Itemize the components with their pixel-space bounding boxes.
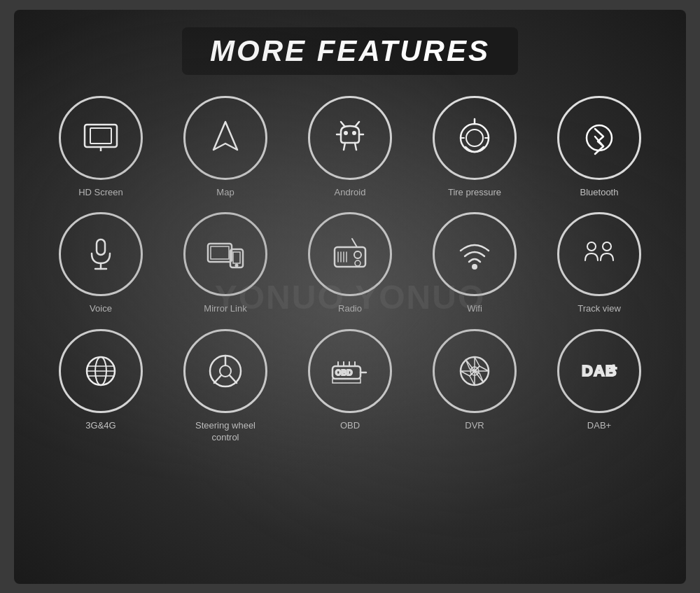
- voice-label: Voice: [90, 303, 112, 315]
- feature-dvr: DVR: [416, 329, 533, 444]
- bluetooth-icon-circle: [557, 96, 641, 180]
- svg-point-5: [353, 132, 356, 134]
- feature-radio: Radio: [291, 212, 409, 315]
- svg-line-7: [356, 122, 359, 126]
- obd-icon: OBD: [326, 347, 374, 396]
- map-icon: [201, 113, 250, 162]
- obd-icon-circle: OBD: [308, 329, 392, 413]
- svg-line-44: [230, 375, 237, 383]
- android-label: Android: [335, 187, 366, 199]
- dvr-icon-circle: [433, 329, 517, 413]
- svg-point-33: [587, 242, 596, 251]
- hd-screen-label: HD Screen: [78, 187, 123, 199]
- voice-icon: [76, 230, 125, 279]
- svg-line-8: [344, 143, 345, 150]
- feature-obd: OBD OBD: [291, 329, 409, 444]
- radio-icon-circle: [308, 212, 392, 296]
- main-container: YONUO YONUO MORE FEATURES HD Screen: [14, 10, 686, 584]
- svg-point-30: [355, 260, 360, 266]
- dvr-label: DVR: [465, 420, 484, 432]
- title-banner: MORE FEATURES: [182, 27, 518, 75]
- feature-track-view: Track view: [540, 212, 658, 315]
- steering-wheel-icon-circle: [183, 329, 267, 413]
- feature-map: Map: [167, 96, 284, 199]
- feature-hd-screen: HD Screen: [42, 96, 160, 199]
- svg-line-9: [355, 143, 356, 150]
- svg-line-6: [341, 122, 344, 126]
- bluetooth-label: Bluetooth: [580, 187, 619, 199]
- feature-steering-wheel: Steering wheelcontrol: [167, 329, 284, 444]
- track-view-icon-circle: [557, 212, 641, 296]
- map-icon-circle: [183, 96, 267, 180]
- svg-text:OBD: OBD: [335, 368, 353, 377]
- tire-pressure-icon-circle: [433, 96, 517, 180]
- hd-screen-icon: [76, 113, 125, 162]
- network-icon-circle: [59, 329, 143, 413]
- hd-screen-icon-circle: [59, 96, 143, 180]
- feature-dab: DAB + DAB+: [540, 329, 658, 444]
- bluetooth-icon: [575, 113, 624, 162]
- steering-wheel-label: Steering wheelcontrol: [195, 420, 255, 444]
- feature-mirror-link: Mirror Link: [167, 212, 284, 315]
- obd-label: OBD: [340, 420, 360, 432]
- svg-point-4: [344, 132, 347, 134]
- svg-line-31: [352, 239, 357, 247]
- svg-point-14: [587, 125, 612, 151]
- voice-icon-circle: [59, 212, 143, 296]
- feature-bluetooth: Bluetooth: [540, 96, 658, 199]
- map-label: Map: [216, 187, 234, 199]
- svg-point-34: [603, 242, 611, 251]
- feature-android: Android: [291, 96, 409, 199]
- network-icon: [76, 347, 125, 396]
- svg-rect-20: [211, 246, 229, 259]
- svg-rect-22: [233, 252, 240, 263]
- track-view-icon: [575, 230, 624, 279]
- track-view-label: Track view: [578, 303, 621, 315]
- radio-icon: [326, 230, 374, 279]
- svg-point-13: [466, 130, 483, 146]
- wifi-label: Wifi: [467, 303, 482, 315]
- svg-rect-1: [90, 128, 111, 144]
- dab-icon: DAB +: [575, 347, 624, 396]
- radio-label: Radio: [338, 303, 362, 315]
- svg-line-43: [214, 375, 221, 383]
- feature-3g4g: 3G&4G: [42, 329, 160, 444]
- dab-label: DAB+: [587, 420, 611, 432]
- android-icon: [326, 113, 374, 162]
- page-title: MORE FEATURES: [210, 34, 490, 67]
- svg-point-29: [354, 251, 361, 258]
- feature-tire-pressure: Tire pressure: [416, 96, 533, 199]
- mirror-link-label: Mirror Link: [204, 303, 246, 315]
- wifi-icon: [450, 230, 499, 279]
- svg-text:+: +: [610, 362, 617, 374]
- features-grid: HD Screen Map: [28, 96, 672, 445]
- tire-pressure-icon: [450, 113, 499, 162]
- steering-wheel-icon: [201, 347, 250, 396]
- svg-point-23: [236, 265, 238, 267]
- dab-icon-circle: DAB +: [557, 329, 641, 413]
- mirror-link-icon-circle: [183, 212, 267, 296]
- wifi-icon-circle: [433, 212, 517, 296]
- svg-point-32: [472, 265, 477, 269]
- dvr-icon: [450, 347, 499, 396]
- svg-rect-16: [97, 239, 105, 255]
- 3g4g-label: 3G&4G: [85, 420, 115, 432]
- android-icon-circle: [308, 96, 392, 180]
- tire-pressure-label: Tire pressure: [448, 187, 501, 199]
- feature-voice: Voice: [42, 212, 160, 315]
- mirror-link-icon: [201, 230, 250, 279]
- svg-marker-3: [214, 122, 237, 150]
- feature-wifi: Wifi: [416, 212, 533, 315]
